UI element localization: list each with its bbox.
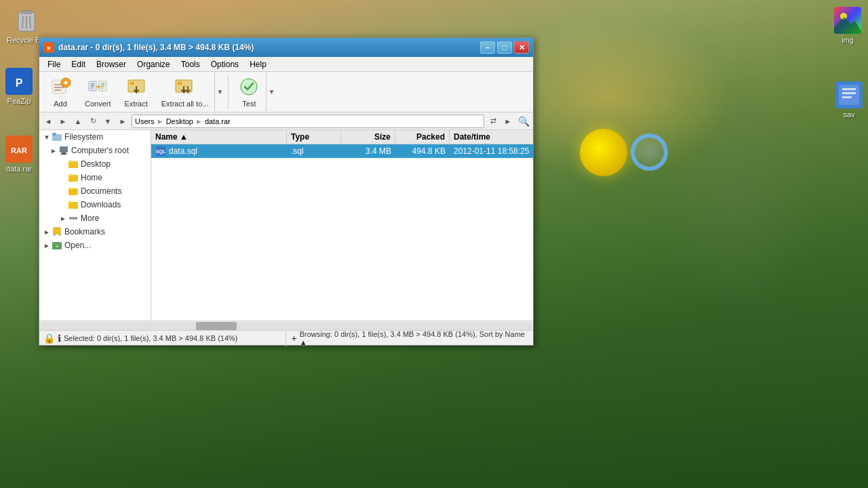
sidebar-item-desktop[interactable]: ► Desktop: [39, 157, 151, 171]
sidebar-item-filesystem[interactable]: ▼ Filesystem: [39, 130, 151, 144]
sidebar-item-open[interactable]: ► + Open...: [39, 239, 151, 252]
home-label: Home: [81, 173, 102, 182]
menu-tools[interactable]: Tools: [176, 58, 205, 70]
column-header-datetime[interactable]: Date/time: [450, 130, 533, 144]
desktop-icon-img-label: img: [842, 36, 854, 44]
svg-line-2: [22, 16, 23, 28]
column-header-type[interactable]: Type: [287, 130, 341, 144]
svg-rect-22: [54, 89, 61, 91]
computers-root-expander[interactable]: ►: [49, 146, 58, 155]
sidebar-item-downloads[interactable]: ► Downloads: [39, 198, 151, 211]
status-bar: 🔒 ℹ Selected: 0 dir(s), 1 file(s), 3.4 M…: [39, 330, 533, 345]
dropdown-arrow-icon: ▼: [216, 88, 223, 96]
svg-rect-45: [68, 161, 73, 163]
bookmarks-expander[interactable]: ►: [42, 227, 52, 237]
menu-organize[interactable]: Organize: [132, 58, 176, 70]
toolbar-test-group: Test ▼: [232, 73, 276, 111]
sidebar-item-computers-root[interactable]: ► Computer's root: [39, 144, 151, 157]
extract-all-dropdown-arrow[interactable]: ▼: [214, 73, 224, 111]
toolbar-extract-button[interactable]: Extract: [119, 73, 154, 111]
desktop-icon-data-rar[interactable]: RAR data.rar: [5, 136, 33, 173]
horizontal-scrollbar[interactable]: [39, 321, 533, 330]
desktop-icon-peazip-label: PeaZip: [7, 97, 31, 105]
test-icon: [238, 76, 260, 98]
sidebar-item-documents[interactable]: ► Documents: [39, 184, 151, 198]
file-packed-cell: 494.8 KB: [395, 145, 450, 157]
filesystem-expander[interactable]: ▼: [42, 132, 52, 142]
svg-rect-29: [91, 85, 94, 87]
toolbar-add-button[interactable]: Add: [43, 73, 77, 111]
desktop-icon-sav[interactable]: sav: [835, 81, 863, 119]
desktop-icon-peazip[interactable]: P PeaZip: [5, 68, 33, 105]
filesystem-icon: [52, 131, 62, 142]
nav-toggle-button[interactable]: ⇄: [487, 115, 499, 127]
address-path[interactable]: Users ► Desktop ► data.rar: [132, 115, 484, 128]
menu-help[interactable]: Help: [244, 58, 272, 70]
svg-text:P: P: [16, 77, 23, 89]
open-expander[interactable]: ►: [42, 241, 52, 250]
nav-forward-button[interactable]: ►: [57, 115, 69, 127]
close-button[interactable]: ✕: [514, 41, 529, 54]
svg-rect-14: [842, 96, 852, 98]
nav-history-button[interactable]: ▼: [102, 115, 114, 127]
extract-label: Extract: [125, 100, 148, 108]
menu-edit[interactable]: Edit: [66, 58, 91, 70]
file-size-cell: 3.4 MB: [341, 145, 395, 157]
file-row-data-sql[interactable]: SQL data.sql .sql 3.4 MB 494.8 KB 2012-0…: [151, 144, 533, 159]
desktop-icon-data-rar-label: data.rar: [6, 165, 32, 173]
status-info-icon: ℹ: [58, 333, 61, 344]
convert-label: Convert: [85, 100, 111, 108]
toolbar-test-button[interactable]: Test: [232, 73, 266, 111]
sidebar-item-more[interactable]: ► More: [39, 211, 151, 225]
toolbar-convert-button[interactable]: Convert: [79, 73, 117, 111]
desktop-icon-img[interactable]: img: [834, 7, 861, 44]
open-label: Open...: [64, 241, 91, 250]
content-area: ▼ Filesystem ► Computer's root ►: [39, 130, 533, 321]
column-header-size[interactable]: Size: [341, 130, 395, 144]
file-type-cell: .sql: [287, 145, 341, 157]
more-expander[interactable]: ►: [58, 214, 68, 223]
sidebar-item-bookmarks[interactable]: ► Bookmarks: [39, 225, 151, 239]
computers-root-label: Computer's root: [71, 146, 129, 155]
svg-point-54: [75, 217, 77, 220]
sql-file-icon: SQL: [155, 146, 166, 157]
toolbar-separator: [228, 75, 229, 109]
computer-icon: [58, 145, 69, 156]
search-button[interactable]: 🔍: [517, 115, 530, 128]
open-icon: +: [52, 240, 62, 251]
test-dropdown-arrow[interactable]: ▼: [266, 73, 276, 111]
test-label: Test: [242, 100, 256, 108]
scrollbar-thumb[interactable]: [196, 322, 237, 330]
menu-options[interactable]: Options: [205, 58, 244, 70]
nav-up-button[interactable]: ▲: [72, 115, 84, 127]
path-desktop: Desktop: [166, 117, 193, 125]
svg-rect-51: [68, 201, 73, 203]
menu-file[interactable]: File: [42, 58, 66, 70]
nav-breadcrumb-button[interactable]: ►: [117, 115, 129, 127]
sidebar: ▼ Filesystem ► Computer's root ►: [39, 130, 151, 321]
menu-browser[interactable]: Browser: [91, 58, 132, 70]
maximize-button[interactable]: □: [497, 41, 512, 54]
sidebar-item-home[interactable]: ► Home: [39, 171, 151, 184]
nav-back-button[interactable]: ◄: [42, 115, 54, 127]
svg-text:SQL: SQL: [156, 149, 166, 155]
path-sep-2: ►: [195, 117, 203, 125]
status-browse-icon: +: [292, 333, 297, 344]
nav-extra-button[interactable]: ►: [502, 115, 514, 127]
svg-rect-47: [68, 174, 73, 176]
minimize-button[interactable]: –: [480, 41, 495, 54]
svg-rect-28: [91, 83, 94, 85]
winrar-title-icon: R: [43, 42, 54, 53]
file-datetime-cell: 2012-01-11 18:58:25: [450, 145, 533, 157]
svg-rect-40: [52, 133, 56, 136]
svg-rect-31: [101, 83, 104, 85]
address-bar: ◄ ► ▲ ↻ ▼ ► Users ► Desktop ► data.rar ⇄…: [39, 113, 533, 130]
winrar-window: R data.rar - 0 dir(s), 1 file(s), 3.4 MB…: [39, 37, 534, 346]
svg-line-4: [30, 16, 31, 28]
column-header-packed[interactable]: Packed: [395, 130, 450, 144]
yellow-cursor-orb: [580, 129, 627, 176]
toolbar-extract-all-button[interactable]: Extract all to...: [155, 73, 215, 111]
svg-rect-32: [101, 85, 104, 87]
column-header-name[interactable]: Name ▲: [151, 130, 287, 144]
nav-refresh-button[interactable]: ↻: [87, 115, 99, 127]
